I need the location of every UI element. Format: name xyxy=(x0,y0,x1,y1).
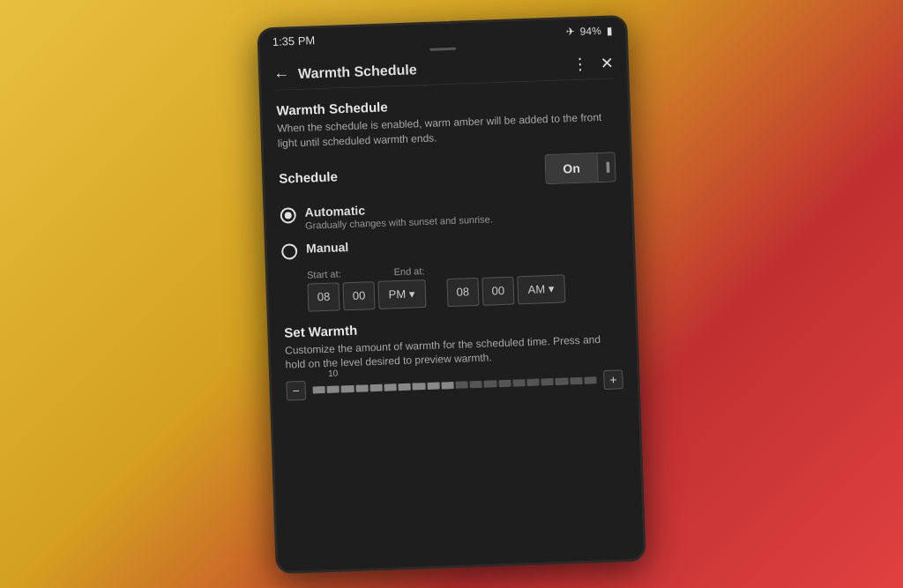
slider-seg-7 xyxy=(399,383,411,390)
screen: 1:35 PM ✈ 94% ▮ ← Warmth Schedule ⋮ xyxy=(259,17,643,570)
slider-seg-6 xyxy=(384,383,397,391)
slider-seg-8 xyxy=(413,383,425,390)
slider-seg-15 xyxy=(512,379,525,386)
status-time: 1:35 PM xyxy=(272,33,316,48)
time-section: Start at: End at: 08 00 PM ▾ 08 00 xyxy=(307,257,620,310)
schedule-toggle[interactable]: On ▐ xyxy=(545,152,616,184)
handle-line xyxy=(429,47,456,50)
slider-seg-3 xyxy=(341,385,354,392)
end-hour[interactable]: 08 xyxy=(446,277,479,306)
slider-seg-16 xyxy=(526,378,539,385)
slider-seg-17 xyxy=(541,378,554,385)
slider-seg-2 xyxy=(327,385,340,392)
time-spacer xyxy=(429,292,444,293)
schedule-label: Schedule xyxy=(279,168,338,185)
toggle-on-label: On xyxy=(546,153,598,182)
slider-seg-18 xyxy=(556,377,568,384)
slider-seg-1 xyxy=(313,386,325,393)
slider-value-label: 10 xyxy=(328,368,339,377)
close-button[interactable]: ✕ xyxy=(601,53,615,73)
tablet-frame: 1:35 PM ✈ 94% ▮ ← Warmth Schedule ⋮ xyxy=(257,14,646,573)
slider-seg-5 xyxy=(369,383,382,391)
start-minute[interactable]: 00 xyxy=(342,280,375,309)
slider-seg-10 xyxy=(441,382,453,389)
end-period[interactable]: AM ▾ xyxy=(517,274,565,304)
title-right: ⋮ ✕ xyxy=(572,53,615,74)
end-minute[interactable]: 00 xyxy=(481,276,514,305)
content-area: Warmth Schedule When the schedule is ena… xyxy=(262,78,644,570)
more-button[interactable]: ⋮ xyxy=(572,54,589,74)
manual-radio[interactable] xyxy=(281,242,298,259)
warmth-slider-container: − 10 xyxy=(286,369,623,400)
slider-seg-9 xyxy=(427,382,439,389)
end-label: End at: xyxy=(393,264,424,276)
slider-segments xyxy=(313,376,597,393)
slider-minus-button[interactable]: − xyxy=(286,381,306,401)
status-right: ✈ 94% ▮ xyxy=(565,23,612,37)
start-hour[interactable]: 08 xyxy=(307,282,340,311)
automatic-option[interactable]: Automatic Gradually changes with sunset … xyxy=(280,193,617,230)
slider-plus-button[interactable]: + xyxy=(603,369,623,390)
airplane-icon: ✈ xyxy=(565,25,574,37)
slider-seg-4 xyxy=(355,384,368,391)
battery-percent: 94% xyxy=(579,24,601,37)
title-left: ← Warmth Schedule xyxy=(273,60,417,84)
set-warmth-section: Set Warmth Customize the amount of warmt… xyxy=(284,312,623,400)
start-period[interactable]: PM ▾ xyxy=(377,279,426,309)
page-title: Warmth Schedule xyxy=(298,62,417,82)
automatic-radio[interactable] xyxy=(280,206,296,223)
slider-seg-14 xyxy=(498,379,511,386)
automatic-radio-inner xyxy=(285,211,292,218)
warmth-slider-track[interactable]: 10 xyxy=(312,371,597,398)
slider-seg-11 xyxy=(455,381,467,388)
slider-seg-19 xyxy=(570,377,582,384)
start-period-arrow: ▾ xyxy=(409,287,416,300)
schedule-row: Schedule On ▐ xyxy=(279,152,616,193)
manual-text: Manual xyxy=(306,229,618,254)
manual-option[interactable]: Manual xyxy=(281,229,618,258)
toggle-indicator: ▐ xyxy=(597,153,616,182)
battery-icon: ▮ xyxy=(606,23,612,35)
automatic-text: Automatic Gradually changes with sunset … xyxy=(304,193,617,229)
back-button[interactable]: ← xyxy=(273,64,290,84)
manual-label: Manual xyxy=(306,229,618,254)
start-label: Start at: xyxy=(307,267,341,279)
warmth-schedule-section: Warmth Schedule When the schedule is ena… xyxy=(276,91,615,151)
end-period-arrow: ▾ xyxy=(549,282,556,295)
slider-seg-20 xyxy=(584,376,596,383)
slider-seg-12 xyxy=(470,381,482,388)
slider-seg-13 xyxy=(484,380,496,387)
